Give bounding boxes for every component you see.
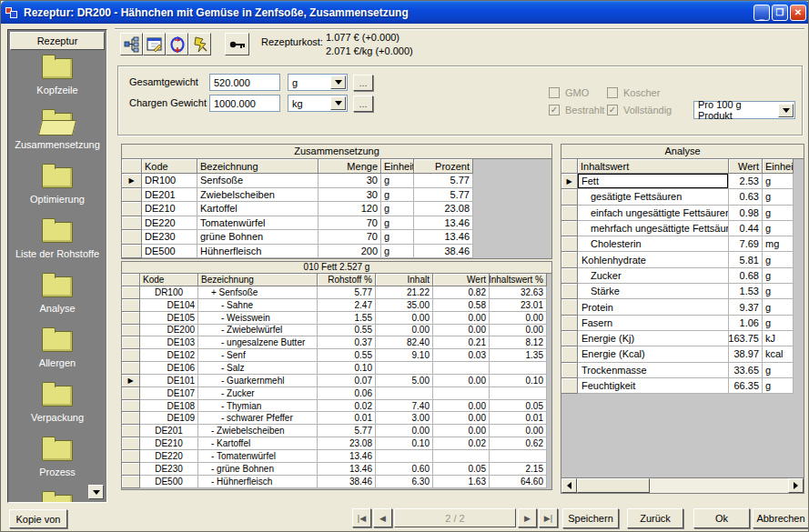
grid-cell[interactable]: 0.98	[729, 206, 763, 221]
sidebar-item-zusammensetzung[interactable]: Zusammensetzung	[8, 113, 106, 150]
grid-cell[interactable]: grüne Bohnen	[197, 230, 319, 245]
grid-cell[interactable]: 1.53	[729, 284, 763, 299]
row-selector[interactable]	[122, 476, 140, 488]
row-selector[interactable]	[122, 312, 140, 325]
grid-cell[interactable]: 0.58	[433, 299, 490, 312]
row-selector[interactable]	[561, 206, 578, 221]
grid-cell[interactable]: g	[381, 245, 414, 259]
hierarchy-button[interactable]	[120, 33, 143, 55]
grid-cell[interactable]: 30	[319, 174, 381, 188]
grid-cell[interactable]: 0.01	[490, 412, 547, 425]
grid-cell[interactable]: mg	[763, 236, 794, 252]
grid-cell[interactable]: 0.55	[318, 349, 376, 362]
grid-cell[interactable]: - Zucker	[198, 387, 318, 400]
grid-cell[interactable]: 0.00	[433, 375, 490, 387]
grid-cell[interactable]: 23.08	[414, 202, 473, 216]
grid-cell[interactable]: 163.75	[729, 331, 763, 346]
grid-cell[interactable]: 0.06	[318, 387, 376, 400]
grid-cell[interactable]: - Weisswein	[198, 312, 318, 325]
grid-cell[interactable]: 5.00	[376, 375, 433, 387]
grid-cell[interactable]: DE220	[140, 450, 198, 463]
row-selector[interactable]	[122, 387, 140, 400]
row-selector[interactable]	[561, 316, 578, 331]
grid-cell[interactable]: g	[763, 284, 794, 299]
grid-cell[interactable]: Protein	[578, 299, 729, 315]
grid-cell[interactable]: 1.55	[318, 312, 376, 325]
lightning-button[interactable]	[188, 33, 211, 55]
grid-cell[interactable]: 7.40	[376, 400, 433, 413]
grid-cell[interactable]	[490, 450, 547, 463]
grid-cell[interactable]: + Senfsoße	[198, 286, 318, 299]
row-selector[interactable]: ▶	[561, 174, 578, 189]
grid-cell[interactable]: 0.03	[433, 349, 490, 362]
grid-cell[interactable]: 0.07	[318, 375, 376, 387]
grid-cell[interactable]: 0.05	[433, 463, 490, 476]
grid-cell[interactable]: 13.46	[318, 450, 376, 463]
nav-next-button[interactable]: ▶	[518, 508, 537, 527]
bestrahlt-checkbox[interactable]: ✓	[549, 105, 560, 115]
grid-cell[interactable]: 0.00	[490, 325, 547, 337]
grid-cell[interactable]: 0.00	[433, 312, 490, 325]
grid-cell[interactable]: 8.12	[490, 336, 547, 349]
grid-cell[interactable]: - Zwiebelwürfel	[198, 325, 318, 337]
dropdown-arrow-button[interactable]	[778, 104, 794, 117]
grid-cell[interactable]: 7.69	[729, 236, 763, 252]
grid-cell[interactable]: 1.63	[433, 476, 490, 488]
scroll-right-button[interactable]	[788, 478, 804, 493]
grid-cell[interactable]: DE230	[142, 230, 197, 245]
grid-cell[interactable]: DE201	[140, 425, 198, 437]
grid-cell[interactable]: 0.37	[318, 336, 376, 349]
grid-cell[interactable]: 0.10	[490, 375, 547, 387]
row-selector[interactable]	[561, 221, 578, 236]
grid-cell[interactable]: 0.10	[318, 362, 376, 375]
grid-cell[interactable]: g	[381, 216, 414, 231]
row-selector[interactable]	[122, 336, 140, 349]
per-product-select[interactable]: Pro 100 g Produkt	[693, 101, 795, 119]
grid-cell[interactable]: Hühnerfleisch	[197, 245, 319, 259]
grid-cell[interactable]: 64.60	[490, 476, 547, 488]
grid-cell[interactable]	[490, 362, 547, 375]
grid-cell[interactable]: 0.00	[490, 425, 547, 437]
grid-cell[interactable]: DE106	[140, 362, 198, 375]
row-selector[interactable]	[122, 437, 140, 450]
grid-cell[interactable]: gesätigte Fettsäuren	[578, 189, 729, 205]
nav-first-button[interactable]: |◀	[352, 508, 371, 527]
grid-cell[interactable]: Fasern	[578, 316, 729, 331]
gesamtgewicht-unit-select[interactable]: g	[288, 74, 348, 91]
row-selector[interactable]	[561, 346, 578, 362]
grid-cell[interactable]: DE108	[140, 400, 198, 413]
grid-cell[interactable]: Trockenmasse	[578, 363, 729, 378]
grid-cell[interactable]: g	[763, 252, 794, 267]
grid-cell[interactable]: DE210	[140, 437, 198, 450]
grid-cell[interactable]: 0.00	[376, 425, 433, 437]
grid-cell[interactable]: Energie (Kcal)	[578, 346, 729, 362]
row-selector[interactable]	[561, 378, 578, 394]
grid-cell[interactable]: 2.53	[729, 174, 763, 189]
abbrechen-button[interactable]: Abbrechen	[753, 508, 809, 528]
row-selector[interactable]	[122, 463, 140, 476]
row-selector[interactable]	[561, 331, 578, 346]
grid-cell[interactable]: 0.00	[490, 312, 547, 325]
grid-cell[interactable]: - Tomatenwürfel	[198, 450, 318, 463]
row-selector[interactable]	[561, 284, 578, 299]
properties-button[interactable]	[143, 33, 166, 55]
grid-cell[interactable]: 200	[319, 245, 381, 259]
grid-cell[interactable]: 38.46	[318, 476, 376, 488]
grid-cell[interactable]: - ungesalzene Butter	[198, 336, 318, 349]
grid-cell[interactable]: Kartoffel	[197, 202, 319, 216]
grid-cell[interactable]: kcal	[763, 346, 794, 362]
grid-cell[interactable]: 0.00	[433, 412, 490, 425]
scrollbar-thumb[interactable]	[577, 478, 650, 493]
sidebar-item-liste-der-rohstoffe[interactable]: Liste der Rohstoffe	[8, 222, 106, 259]
grid-cell[interactable]: DE200	[140, 325, 198, 337]
grid-cell[interactable]: 70	[319, 216, 381, 231]
row-selector[interactable]	[122, 299, 140, 312]
grid-cell[interactable]: - schwarer Pfeffer	[198, 412, 318, 425]
grid-cell[interactable]: 5.77	[318, 286, 376, 299]
grid-cell[interactable]: g	[763, 206, 794, 221]
grid-cell[interactable]: g	[381, 188, 414, 203]
grid-cell[interactable]: 33.65	[729, 363, 763, 378]
grid-cell[interactable]: 5.77	[318, 425, 376, 437]
grid-cell[interactable]: 2.15	[490, 463, 547, 476]
grid-cell[interactable]	[433, 362, 490, 375]
